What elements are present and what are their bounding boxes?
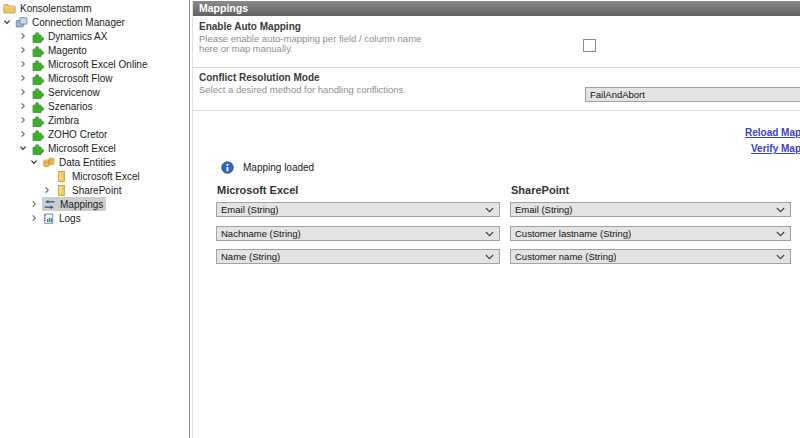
connector-icon [31,142,44,155]
mappings-icon [43,198,56,211]
connector-icon [31,128,44,141]
mapping-row1-left-select[interactable]: Email (String) [216,202,500,217]
conflict-resolution-select[interactable]: FailAndAbort [585,87,800,102]
tree-item-label: ZOHO Cretor [48,129,107,140]
tree-item-label: SharePoint [72,185,121,196]
mapping-row2-right-value: Customer lastname (String) [515,228,631,239]
tree-item-microsoft-excel-online[interactable]: Microsoft Excel Online [0,57,188,71]
mapping-row1-left-value: Email (String) [221,204,279,215]
tree-item-microsoft-flow[interactable]: Microsoft Flow [0,71,188,85]
tree-item-label: Data Entities [59,157,116,168]
chevron-down-icon [485,254,494,260]
tree-selection-highlight: Mappings [42,197,106,211]
chevron-down-icon [776,207,785,213]
section-divider [193,67,800,68]
chevron-down-icon[interactable] [3,17,15,27]
mapping-row3-right-select[interactable]: Customer name (String) [510,249,791,264]
conflict-resolution-value: FailAndAbort [590,89,645,100]
left-column-header: Microsoft Excel [217,184,298,196]
panel-left-border [192,0,193,438]
tree-item-label: Connection Manager [32,17,125,28]
chevron-right-icon[interactable] [19,45,31,55]
tree-item-label: Mappings [60,199,103,210]
section-divider [193,110,800,111]
auto-mapping-heading: Enable Auto Mapping [199,21,301,32]
tree-item-zoho-cretor[interactable]: ZOHO Cretor [0,127,188,141]
connector-icon [31,100,44,113]
mapping-row1-right-select[interactable]: Email (String) [510,202,791,217]
tree-item-dynamics-ax[interactable]: Dynamics AX [0,29,188,43]
tree-item-label: Servicenow [48,87,100,98]
connector-icon [31,86,44,99]
tree-item-data-entity-sharepoint[interactable]: SharePoint [0,183,188,197]
tree-item-konsolenstamm[interactable]: Konsolenstamm [0,1,188,15]
chevron-right-icon[interactable] [19,101,31,111]
chevron-down-icon [485,207,494,213]
expander-spacer [43,171,55,181]
connector-icon [31,72,44,85]
tree-item-zimbra[interactable]: Zimbra [0,113,188,127]
right-column-header: SharePoint [511,184,569,196]
tree-item-label: Magento [48,45,87,56]
tree-item-label: Microsoft Excel [48,143,116,154]
chevron-right-icon[interactable] [43,185,55,195]
panel-title-bar: Mappings [193,1,800,16]
chevron-down-icon [776,254,785,260]
table-icon [55,184,68,197]
info-icon [221,160,234,173]
tree-item-szenarios[interactable]: Szenarios [0,99,188,113]
tree-item-label: Zimbra [48,115,79,126]
chevron-down-icon [776,231,785,237]
mapping-row3-right-value: Customer name (String) [515,251,616,262]
tree-item-servicenow[interactable]: Servicenow [0,85,188,99]
mapping-row3-left-select[interactable]: Name (String) [216,249,500,264]
connector-icon [31,58,44,71]
mapping-row2-left-select[interactable]: Nachname (String) [216,226,500,241]
tree-item-magento[interactable]: Magento [0,43,188,57]
table-icon [55,170,68,183]
status-message: Mapping loaded [243,162,314,173]
chevron-right-icon[interactable] [19,59,31,69]
tree-item-label: Szenarios [48,101,92,112]
chevron-right-icon[interactable] [19,73,31,83]
reload-mapping-link[interactable]: Reload Mapping [745,127,800,138]
tree-item-mappings[interactable]: Mappings [0,197,188,211]
mapping-row1-right-value: Email (String) [515,204,573,215]
chevron-right-icon[interactable] [19,87,31,97]
mapping-row2-left-value: Nachname (String) [221,228,301,239]
chevron-right-icon[interactable] [19,31,31,41]
tree-item-data-entity-microsoft-excel[interactable]: Microsoft Excel [0,169,188,183]
tree-item-logs[interactable]: Logs [0,211,188,225]
auto-mapping-checkbox[interactable] [583,39,596,52]
tree-item-label: Dynamics AX [48,31,107,42]
tree-panel-splitter[interactable] [189,0,190,438]
console-icon [15,16,28,29]
data-entities-icon [42,156,55,169]
auto-mapping-description-line2: here or map manually. [199,43,293,54]
tree-item-data-entities[interactable]: Data Entities [0,155,188,169]
chevron-down-icon [485,231,494,237]
chevron-right-icon[interactable] [19,115,31,125]
console-tree: Konsolenstamm Connection Manager Dynamic… [0,1,188,225]
mapping-row3-left-value: Name (String) [221,251,280,262]
chevron-right-icon[interactable] [19,129,31,139]
tree-item-label: Microsoft Flow [48,73,112,84]
verify-mapping-link[interactable]: Verify Mapping [751,143,800,154]
folder-icon [3,2,16,15]
tree-item-label: Konsolenstamm [20,3,92,14]
chevron-right-icon[interactable] [30,199,42,209]
tree-item-label: Microsoft Excel [72,171,140,182]
tree-item-connection-manager[interactable]: Connection Manager [0,15,188,29]
mapping-row2-right-select[interactable]: Customer lastname (String) [510,226,791,241]
chevron-right-icon[interactable] [30,213,42,223]
panel-title: Mappings [199,2,248,14]
tree-item-label: Microsoft Excel Online [48,59,147,70]
chevron-down-icon[interactable] [30,157,42,167]
logs-icon [42,212,55,225]
application-window: Konsolenstamm Connection Manager Dynamic… [0,0,800,438]
conflict-resolution-heading: Conflict Resolution Mode [199,72,320,83]
tree-item-label: Logs [59,213,81,224]
connector-icon [31,114,44,127]
tree-item-microsoft-excel[interactable]: Microsoft Excel [0,141,188,155]
chevron-down-icon[interactable] [19,143,31,153]
